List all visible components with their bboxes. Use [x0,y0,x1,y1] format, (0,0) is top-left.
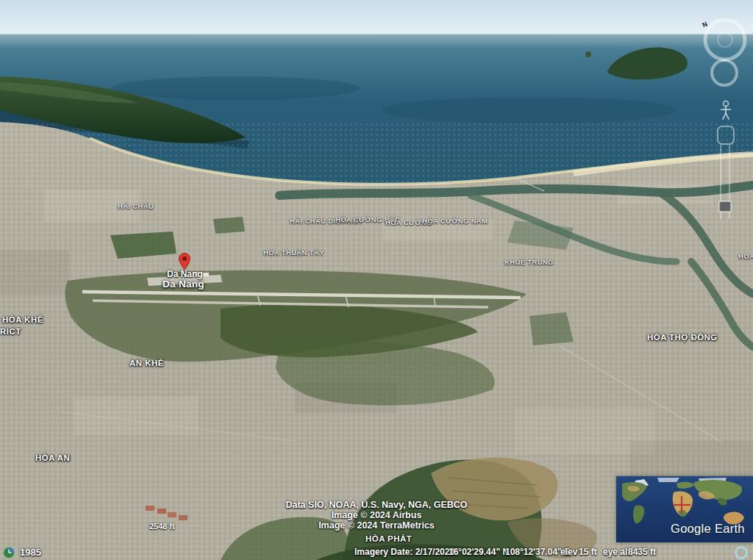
latitude-readout: 16°02'29.44" N [449,547,509,557]
map-label: HÒA KHÊ [2,315,43,324]
google-earth-viewport[interactable]: HẢI CHÂUHẢI CHÂU DISTRICTHÒA CƯỜNG BẮCHÒ… [0,0,753,560]
navigation-controls[interactable]: N [691,0,753,235]
attribution-line: Image © 2024 TerraMetrics [285,520,467,531]
airport-label: Da Nang [163,279,204,290]
placemark-pin-icon[interactable] [179,253,190,270]
map-label: HÒA THỌ ĐÔNG [647,333,718,342]
compass-ring[interactable] [705,20,745,60]
map-label: KHUÊ TRUNG [504,258,554,266]
scale-label: 2548 ft [149,522,175,531]
map-label: AN KHÊ [129,359,164,367]
historical-imagery-year[interactable]: 1985 [20,547,41,558]
attribution: Data SIO, NOAA, U.S. Navy, NGA, GEBCO Im… [285,500,467,531]
look-joystick[interactable] [712,60,737,85]
overview-map[interactable]: Google Earth [616,476,753,542]
map-label: HÒA THUẬN TÂY [263,248,324,256]
map-label: RICT [0,327,21,336]
imagery-date: Imagery Date: 2/17/2024 [354,547,454,557]
placemark-label: Da Nang [167,269,203,279]
historical-imagery-icon[interactable] [2,546,15,559]
zoom-slider[interactable] [718,126,734,219]
elevation-readout: 15 ft [579,547,597,557]
map-label: HÒA AN [35,453,70,462]
zoom-slider-handle[interactable] [719,201,731,212]
google-earth-logo: Google Earth [671,522,745,536]
map-label: HÒA PHÁT [365,534,412,543]
attribution-line: Image © 2024 Airbus [285,510,467,520]
pegman-icon[interactable] [721,101,730,120]
elev-label: elev [560,547,577,557]
eye-alt-label: eye alt [603,547,630,557]
map-label: HẢI CHÂU [118,202,154,210]
map-label: HOA [738,252,753,260]
eye-altitude-readout: 8435 ft [628,547,656,557]
attribution-line: Data SIO, NOAA, U.S. Navy, NGA, GEBCO [285,500,467,510]
map-label: HÒA CƯỜNG NAM [422,217,488,225]
loading-indicator [733,545,749,560]
